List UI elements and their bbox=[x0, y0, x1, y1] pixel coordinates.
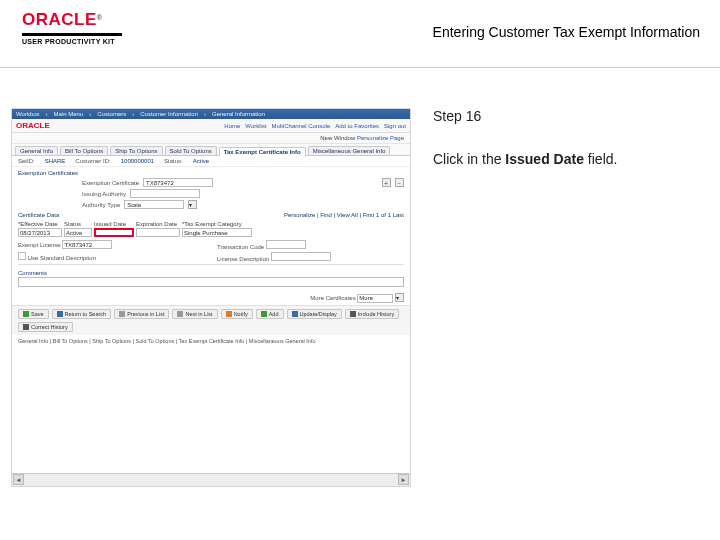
crumb[interactable]: Main Menu bbox=[54, 111, 84, 117]
correct-history-button[interactable]: Correct History bbox=[18, 322, 73, 332]
personalize-page-link[interactable]: Personalize Page bbox=[357, 135, 404, 141]
blank-area bbox=[12, 347, 410, 473]
crumb[interactable]: General Information bbox=[212, 111, 265, 117]
horizontal-scrollbar[interactable]: ◄ ► bbox=[12, 473, 410, 486]
instruction-prefix: Click in the bbox=[433, 151, 505, 167]
delete-row-button[interactable]: － bbox=[395, 178, 404, 187]
screenshot-pane: Workbox› Main Menu› Customers› Customer … bbox=[0, 68, 417, 487]
new-window-label: New Window bbox=[320, 135, 355, 141]
product-name: USER PRODUCTIVITY KIT bbox=[22, 38, 122, 45]
exempt-license-input[interactable]: TX873472 bbox=[62, 240, 112, 249]
notify-button[interactable]: Notify bbox=[221, 309, 253, 319]
tax-exempt-category-select[interactable]: Single Purchase bbox=[182, 228, 252, 237]
divider bbox=[18, 264, 404, 265]
grid-header-row: *Effective Date Status Issued Date Expir… bbox=[18, 220, 404, 228]
update-icon bbox=[292, 311, 298, 317]
multichannel-link[interactable]: MultiChannel Console bbox=[272, 123, 331, 129]
home-link[interactable]: Home bbox=[224, 123, 240, 129]
next-in-list-button[interactable]: Next in List bbox=[172, 309, 217, 319]
prev-icon bbox=[119, 311, 125, 317]
notify-icon bbox=[226, 311, 232, 317]
app-global-links: Home Worklist MultiChannel Console Add t… bbox=[224, 123, 406, 129]
add-button[interactable]: Add bbox=[256, 309, 284, 319]
comments-label: Comments bbox=[12, 267, 410, 277]
authority-type-label: Authority Type bbox=[82, 202, 120, 208]
exempt-license-label: Exempt License bbox=[18, 242, 61, 248]
page-tabs: General Info Bill To Options Ship To Opt… bbox=[12, 144, 410, 156]
instruction-suffix: field. bbox=[584, 151, 617, 167]
dropdown-icon[interactable]: ▾ bbox=[395, 293, 404, 302]
custid-label: Customer ID: bbox=[75, 158, 110, 164]
correct-icon bbox=[23, 324, 29, 330]
crumb[interactable]: Workbox bbox=[16, 111, 40, 117]
signout-link[interactable]: Sign out bbox=[384, 123, 406, 129]
crumb[interactable]: Customers bbox=[97, 111, 126, 117]
instruction-text: Click in the Issued Date field. bbox=[433, 150, 705, 169]
return-to-search-button[interactable]: Return to Search bbox=[52, 309, 112, 319]
cert-data-bar: Certificate Data Personalize | Find | Vi… bbox=[12, 210, 410, 219]
scroll-left-icon[interactable]: ◄ bbox=[13, 474, 24, 485]
range-label: 1 of 1 bbox=[376, 212, 391, 218]
first-link[interactable]: First bbox=[363, 212, 375, 218]
custid-value: 1000000001 bbox=[121, 158, 154, 164]
exemption-cert-row: Exemption Certificate TX873472 ＋ － bbox=[12, 177, 410, 188]
tab-sold-to[interactable]: Sold To Options bbox=[165, 146, 217, 155]
document-header: ORACLE® USER PRODUCTIVITY KIT Entering C… bbox=[0, 0, 720, 68]
expiration-date-input[interactable] bbox=[136, 228, 180, 237]
transaction-code-input[interactable] bbox=[266, 240, 306, 249]
save-icon bbox=[23, 311, 29, 317]
next-icon bbox=[177, 311, 183, 317]
authority-type-select[interactable]: State bbox=[124, 200, 184, 209]
status-label: Status: bbox=[164, 158, 183, 164]
use-standard-desc-checkbox[interactable] bbox=[18, 252, 26, 260]
oracle-logo-block: ORACLE® USER PRODUCTIVITY KIT bbox=[22, 10, 122, 45]
col-issued-date: Issued Date bbox=[94, 220, 134, 228]
previous-in-list-button[interactable]: Previous in List bbox=[114, 309, 169, 319]
last-link[interactable]: Last bbox=[393, 212, 404, 218]
more-certificates-select[interactable]: More bbox=[357, 294, 393, 303]
exemption-cert-input[interactable]: TX873472 bbox=[143, 178, 213, 187]
add-row-button[interactable]: ＋ bbox=[382, 178, 391, 187]
save-button[interactable]: Save bbox=[18, 309, 49, 319]
tab-misc[interactable]: Miscellaneous General Info bbox=[308, 146, 391, 155]
action-toolbar: Save Return to Search Previous in List N… bbox=[12, 305, 410, 335]
personalize-link[interactable]: Personalize | Find | View All | bbox=[284, 212, 361, 218]
dropdown-icon[interactable]: ▾ bbox=[188, 200, 197, 209]
app-brand-row: ORACLE Home Worklist MultiChannel Consol… bbox=[12, 119, 410, 133]
row-status-select[interactable]: Active bbox=[64, 228, 92, 237]
effective-date-input[interactable]: 08/27/2013 bbox=[18, 228, 62, 237]
license-desc-input[interactable] bbox=[271, 252, 331, 261]
bottom-tab-links: General Info | Bill To Options | Ship To… bbox=[12, 335, 410, 347]
cert-data-title: Certificate Data bbox=[18, 212, 59, 218]
include-history-button[interactable]: Include History bbox=[345, 309, 399, 319]
update-display-button[interactable]: Update/Display bbox=[287, 309, 342, 319]
favorites-link[interactable]: Add to Favorites bbox=[335, 123, 379, 129]
col-expiration-date: Expiration Date bbox=[136, 220, 180, 228]
step-number: Step 16 bbox=[433, 108, 705, 124]
tab-bill-to[interactable]: Bill To Options bbox=[60, 146, 108, 155]
issued-date-input[interactable] bbox=[94, 228, 134, 237]
transaction-code-label: Transaction Code bbox=[217, 244, 264, 250]
add-icon bbox=[261, 311, 267, 317]
exemption-section-title: Exemption Certificates bbox=[12, 167, 410, 177]
tab-ship-to[interactable]: Ship To Options bbox=[110, 146, 162, 155]
issuing-authority-label: Issuing Authority bbox=[82, 191, 126, 197]
tab-tax-exempt[interactable]: Tax Exempt Certificate Info bbox=[219, 147, 306, 156]
page-title: Entering Customer Tax Exempt Information bbox=[433, 24, 700, 40]
setid-label: SetID: bbox=[18, 158, 35, 164]
grid-data-row: 08/27/2013 Active Single Purchase bbox=[18, 228, 404, 237]
comments-textarea[interactable] bbox=[18, 277, 404, 287]
license-desc-label: License Description bbox=[217, 256, 269, 262]
scroll-right-icon[interactable]: ► bbox=[398, 474, 409, 485]
search-icon bbox=[57, 311, 63, 317]
crumb[interactable]: Customer Information bbox=[140, 111, 198, 117]
use-standard-desc-label: Use Standard Description bbox=[28, 255, 96, 261]
customer-info-row: SetID: SHARE Customer ID: 1000000001 Sta… bbox=[12, 156, 410, 167]
issuing-authority-input[interactable] bbox=[130, 189, 200, 198]
application-screenshot: Workbox› Main Menu› Customers› Customer … bbox=[11, 108, 411, 487]
instruction-target: Issued Date bbox=[505, 151, 584, 167]
issuing-authority-row: Issuing Authority bbox=[12, 188, 410, 199]
worklist-link[interactable]: Worklist bbox=[245, 123, 266, 129]
tab-general-info[interactable]: General Info bbox=[15, 146, 58, 155]
col-tax-exempt-category: *Tax Exempt Category bbox=[182, 220, 252, 228]
